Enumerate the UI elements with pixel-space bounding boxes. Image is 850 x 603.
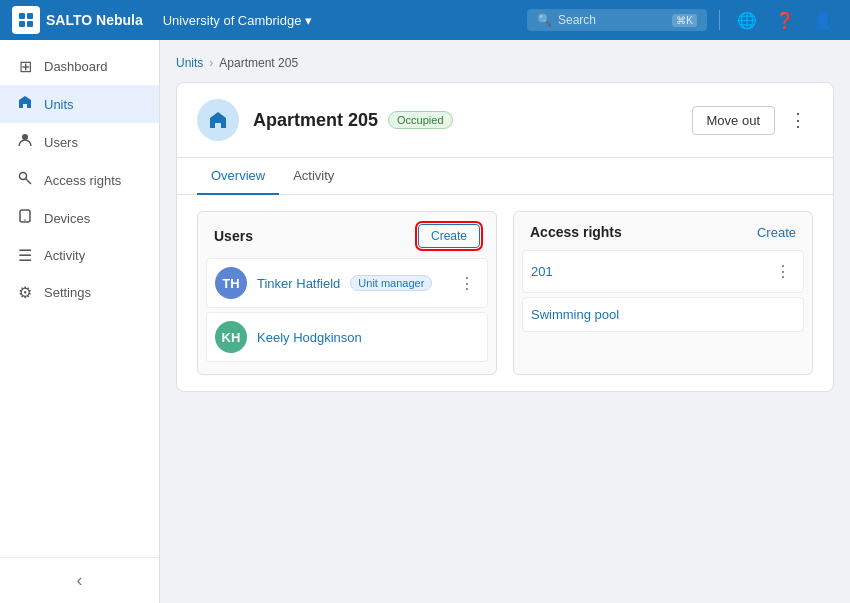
svg-point-4 bbox=[22, 134, 28, 140]
dashboard-icon: ⊞ bbox=[16, 57, 34, 76]
devices-icon bbox=[16, 208, 34, 228]
unit-title: Apartment 205 bbox=[253, 110, 378, 131]
svg-rect-1 bbox=[27, 13, 33, 19]
svg-line-6 bbox=[26, 179, 32, 185]
sidebar-item-label: Dashboard bbox=[44, 59, 108, 74]
access-rights-panel: Access rights Create 201 ⋮ Swimming pool bbox=[513, 211, 813, 375]
svg-rect-0 bbox=[19, 13, 25, 19]
search-bar[interactable]: 🔍 Search ⌘K bbox=[527, 9, 707, 31]
account-icon: 👤 bbox=[813, 11, 833, 30]
org-name-label: University of Cambridge bbox=[163, 13, 302, 28]
unit-title-area: Apartment 205 Occupied bbox=[253, 110, 678, 131]
sidebar-item-access-rights[interactable]: Access rights bbox=[0, 161, 159, 199]
sidebar-item-dashboard[interactable]: ⊞ Dashboard bbox=[0, 48, 159, 85]
globe-button[interactable]: 🌐 bbox=[732, 5, 762, 35]
user-name-link[interactable]: Tinker Hatfield bbox=[257, 276, 340, 291]
app-name-label: SALTO Nebula bbox=[46, 12, 143, 28]
sidebar-item-label: Access rights bbox=[44, 173, 121, 188]
unit-icon bbox=[197, 99, 239, 141]
user-name-link[interactable]: Keely Hodgkinson bbox=[257, 330, 362, 345]
unit-actions: Move out ⋮ bbox=[692, 105, 813, 135]
svg-point-8 bbox=[24, 219, 26, 221]
svg-rect-2 bbox=[19, 21, 25, 27]
access-rights-icon bbox=[16, 170, 34, 190]
user-list: TH Tinker Hatfield Unit manager ⋮ KH Kee… bbox=[198, 258, 496, 374]
settings-icon: ⚙ bbox=[16, 283, 34, 302]
tab-overview[interactable]: Overview bbox=[197, 158, 279, 195]
sidebar-item-users[interactable]: Users bbox=[0, 123, 159, 161]
breadcrumb: Units › Apartment 205 bbox=[176, 56, 834, 70]
sidebar-item-label: Activity bbox=[44, 248, 85, 263]
sidebar-item-settings[interactable]: ⚙ Settings bbox=[0, 274, 159, 311]
users-panel: Users Create TH Tinker Hatfield Unit man… bbox=[197, 211, 497, 375]
sidebar-item-activity[interactable]: ☰ Activity bbox=[0, 237, 159, 274]
unit-header: Apartment 205 Occupied Move out ⋮ bbox=[177, 83, 833, 158]
main-layout: ⊞ Dashboard Units Users bbox=[0, 40, 850, 603]
overview-grid: Users Create TH Tinker Hatfield Unit man… bbox=[177, 195, 833, 391]
sidebar-collapse-button[interactable]: ‹ bbox=[0, 557, 159, 603]
search-shortcut: ⌘K bbox=[672, 14, 697, 27]
account-button[interactable]: 👤 bbox=[808, 5, 838, 35]
access-name-link[interactable]: Swimming pool bbox=[531, 307, 795, 322]
users-section-header: Users Create bbox=[198, 212, 496, 258]
breadcrumb-separator: › bbox=[209, 56, 213, 70]
access-row: 201 ⋮ bbox=[522, 250, 804, 293]
globe-icon: 🌐 bbox=[737, 11, 757, 30]
unit-card: Apartment 205 Occupied Move out ⋮ Overvi… bbox=[176, 82, 834, 392]
access-rights-section-title: Access rights bbox=[530, 224, 622, 240]
unit-more-options-button[interactable]: ⋮ bbox=[783, 105, 813, 135]
user-row: KH Keely Hodgkinson bbox=[206, 312, 488, 362]
users-create-button[interactable]: Create bbox=[418, 224, 480, 248]
units-icon bbox=[16, 94, 34, 114]
user-avatar: TH bbox=[215, 267, 247, 299]
access-rights-section-header: Access rights Create bbox=[514, 212, 812, 250]
svg-point-5 bbox=[20, 173, 27, 180]
users-icon bbox=[16, 132, 34, 152]
collapse-icon: ‹ bbox=[77, 570, 83, 591]
top-navigation: SALTO Nebula University of Cambridge ▾ 🔍… bbox=[0, 0, 850, 40]
org-selector[interactable]: University of Cambridge ▾ bbox=[155, 9, 321, 32]
sidebar-nav: ⊞ Dashboard Units Users bbox=[0, 40, 159, 557]
nav-divider bbox=[719, 10, 720, 30]
main-content: Units › Apartment 205 Apartment 205 Occu… bbox=[160, 40, 850, 603]
user-avatar: KH bbox=[215, 321, 247, 353]
breadcrumb-parent-link[interactable]: Units bbox=[176, 56, 203, 70]
user-row: TH Tinker Hatfield Unit manager ⋮ bbox=[206, 258, 488, 308]
sidebar-item-label: Devices bbox=[44, 211, 90, 226]
user-more-options-button[interactable]: ⋮ bbox=[455, 272, 479, 295]
activity-icon: ☰ bbox=[16, 246, 34, 265]
svg-rect-3 bbox=[27, 21, 33, 27]
app-logo: SALTO Nebula bbox=[12, 6, 143, 34]
unit-status-badge: Occupied bbox=[388, 111, 452, 129]
access-name-link[interactable]: 201 bbox=[531, 264, 771, 279]
access-row: Swimming pool bbox=[522, 297, 804, 332]
unit-tabs: Overview Activity bbox=[177, 158, 833, 195]
move-out-button[interactable]: Move out bbox=[692, 106, 775, 135]
sidebar-item-label: Settings bbox=[44, 285, 91, 300]
sidebar-item-units[interactable]: Units bbox=[0, 85, 159, 123]
users-section-title: Users bbox=[214, 228, 253, 244]
sidebar: ⊞ Dashboard Units Users bbox=[0, 40, 160, 603]
sidebar-item-label: Units bbox=[44, 97, 74, 112]
help-icon: ❓ bbox=[775, 11, 795, 30]
logo-icon bbox=[12, 6, 40, 34]
search-icon: 🔍 bbox=[537, 13, 552, 27]
sidebar-item-label: Users bbox=[44, 135, 78, 150]
search-placeholder: Search bbox=[558, 13, 666, 27]
help-button[interactable]: ❓ bbox=[770, 5, 800, 35]
org-chevron-icon: ▾ bbox=[305, 13, 312, 28]
access-rights-list: 201 ⋮ Swimming pool bbox=[514, 250, 812, 344]
tab-activity[interactable]: Activity bbox=[279, 158, 348, 195]
breadcrumb-current: Apartment 205 bbox=[219, 56, 298, 70]
user-role-badge: Unit manager bbox=[350, 275, 432, 291]
sidebar-item-devices[interactable]: Devices bbox=[0, 199, 159, 237]
access-more-options-button[interactable]: ⋮ bbox=[771, 260, 795, 283]
access-rights-create-button[interactable]: Create bbox=[757, 225, 796, 240]
